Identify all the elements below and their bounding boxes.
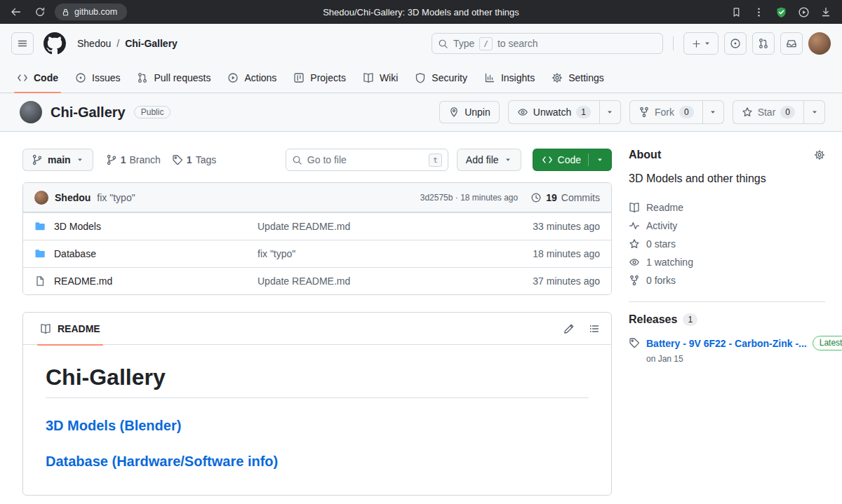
tags-link[interactable]: 1 Tags — [166, 154, 222, 165]
about-settings-button[interactable] — [814, 149, 825, 161]
file-row[interactable]: 3D Models Update README.md 33 minutes ag… — [23, 212, 611, 240]
eye-icon — [517, 107, 528, 118]
user-avatar[interactable] — [808, 32, 831, 55]
global-nav-menu-button[interactable] — [11, 32, 34, 55]
github-header: Shedou / Chi-Gallery Type / to search — [0, 24, 842, 63]
go-to-file-input[interactable]: Go to file t — [286, 149, 448, 171]
file-commit-message[interactable]: fix "typo" — [258, 248, 495, 259]
file-browser-card: Shedou fix "typo" 3d2575b · 18 minutes a… — [22, 182, 612, 295]
readme-heading: Chi-Gallery — [46, 365, 589, 398]
create-new-button[interactable] — [683, 32, 719, 55]
play-circle-icon — [798, 6, 810, 18]
kebab-menu-icon — [754, 7, 764, 18]
breadcrumb-owner[interactable]: Shedou — [77, 38, 111, 49]
unpin-button[interactable]: Unpin — [439, 101, 500, 123]
branches-link[interactable]: 1 Branch — [100, 154, 166, 165]
global-search-input[interactable]: Type / to search — [432, 33, 663, 54]
sidebar-readme-link[interactable]: Readme — [629, 199, 825, 216]
tab-security[interactable]: Security — [408, 63, 474, 93]
commit-history-link[interactable]: 19 Commits — [530, 192, 600, 203]
unwatch-button[interactable]: Unwatch 1 — [509, 101, 599, 123]
releases-title[interactable]: Releases — [629, 313, 677, 326]
tab-actions[interactable]: Actions — [220, 63, 283, 93]
tab-wiki[interactable]: Wiki — [356, 63, 405, 93]
tab-label: Actions — [244, 72, 276, 83]
readme-link-database[interactable]: Database (Hardware/Software info) — [46, 454, 589, 470]
commit-sha-time[interactable]: 3d2575b · 18 minutes ago — [420, 193, 518, 203]
file-name[interactable]: 3D Models — [54, 221, 101, 232]
tab-projects[interactable]: Projects — [286, 63, 353, 93]
watch-count: 1 — [576, 106, 591, 118]
code-icon — [17, 72, 28, 83]
tab-code[interactable]: Code — [10, 63, 65, 93]
chevron-down-icon — [76, 156, 84, 164]
reload-button[interactable] — [31, 3, 49, 21]
file-commit-time: 18 minutes ago — [495, 248, 600, 259]
add-file-button[interactable]: Add file — [457, 149, 521, 171]
chevron-down-icon — [709, 108, 717, 116]
graph-icon — [484, 72, 495, 83]
downloads-button[interactable] — [817, 3, 835, 21]
tag-icon — [629, 337, 640, 348]
file-row[interactable]: README.md Update README.md 37 minutes ag… — [23, 267, 611, 294]
hamburger-icon — [17, 38, 28, 49]
sidebar-activity-link[interactable]: Activity — [629, 217, 825, 234]
tab-issues[interactable]: Issues — [68, 63, 127, 93]
commit-author-avatar[interactable] — [34, 191, 48, 205]
media-control-button[interactable] — [794, 3, 813, 21]
address-bar[interactable]: github.com — [55, 4, 127, 20]
issues-header-button[interactable] — [724, 32, 747, 55]
tab-settings[interactable]: Settings — [544, 63, 611, 93]
release-link[interactable]: Battery - 9V 6F22 - Carbon-Zink -... — [646, 338, 807, 349]
download-icon — [820, 6, 831, 18]
outline-list-icon[interactable] — [589, 323, 600, 334]
branch-selector-button[interactable]: main — [22, 149, 93, 171]
sidebar-forks-link[interactable]: 0 forks — [629, 272, 825, 289]
tab-insights[interactable]: Insights — [477, 63, 542, 93]
pencil-edit-icon[interactable] — [563, 323, 575, 334]
github-logo[interactable] — [44, 32, 66, 55]
chevron-down-icon — [596, 156, 604, 164]
fork-button[interactable]: Fork 0 — [630, 101, 702, 123]
file-row[interactable]: Database fix "typo" 18 minutes ago — [23, 240, 611, 267]
commit-author[interactable]: Shedou — [55, 192, 91, 203]
green-shield-icon — [775, 6, 787, 18]
breadcrumb-repo[interactable]: Chi-Gallery — [125, 38, 178, 49]
git-branch-icon — [32, 154, 43, 165]
pin-icon — [448, 107, 460, 118]
shield-extension-button[interactable] — [772, 3, 790, 21]
file-name[interactable]: Database — [54, 248, 96, 259]
folder-icon — [34, 248, 46, 259]
sidebar-watching-link[interactable]: 1 watching — [629, 254, 825, 271]
code-dropdown-button[interactable]: Code — [533, 149, 612, 171]
file-commit-message[interactable]: Update README.md — [258, 275, 495, 287]
readme-link-3d-models[interactable]: 3D Models (Blender) — [46, 418, 589, 434]
tab-pull-requests[interactable]: Pull requests — [130, 63, 218, 93]
commit-message[interactable]: fix "typo" — [97, 192, 135, 203]
branch-count: 1 — [121, 154, 126, 165]
file-name[interactable]: README.md — [54, 275, 112, 287]
repo-sidebar: About 3D Models and other things Readme … — [629, 149, 825, 504]
search-placeholder-suffix: to search — [497, 38, 538, 49]
repo-avatar[interactable] — [20, 101, 42, 123]
back-arrow-icon — [11, 6, 22, 18]
inbox-button[interactable] — [780, 32, 803, 55]
bookmark-button[interactable] — [727, 3, 745, 21]
octocat-icon — [44, 32, 66, 55]
star-dropdown-button[interactable] — [803, 101, 824, 123]
back-button[interactable] — [7, 3, 25, 21]
visibility-badge: Public — [134, 106, 171, 118]
browser-menu-button[interactable] — [749, 3, 768, 21]
add-file-label: Add file — [466, 154, 499, 165]
star-icon — [629, 238, 640, 250]
sidebar-stars-link[interactable]: 0 stars — [629, 236, 825, 252]
readme-content: Chi-Gallery 3D Models (Blender) Database… — [23, 345, 611, 495]
watch-dropdown-button[interactable] — [599, 101, 620, 123]
readme-tab[interactable]: README — [34, 313, 106, 345]
repo-title[interactable]: Chi-Gallery — [51, 104, 126, 121]
star-button[interactable]: Star 0 — [733, 101, 803, 123]
file-commit-message[interactable]: Update README.md — [258, 221, 495, 232]
pull-requests-header-button[interactable] — [752, 32, 775, 55]
git-branch-icon — [106, 154, 117, 165]
fork-dropdown-button[interactable] — [702, 101, 723, 123]
